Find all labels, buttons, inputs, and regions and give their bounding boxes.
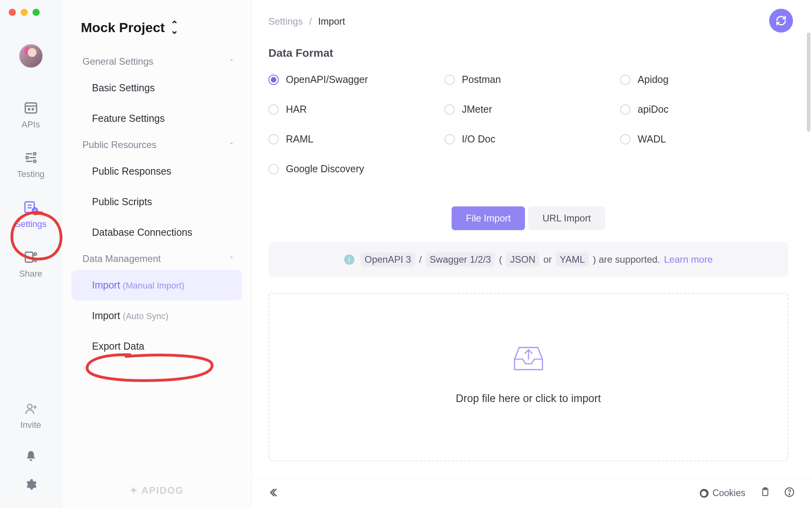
radio-dot-icon — [268, 75, 279, 85]
rail-settings[interactable]: Settings — [0, 191, 61, 241]
info-icon: i — [344, 254, 354, 265]
nav-export-data[interactable]: Export Data — [71, 331, 242, 362]
svg-point-5 — [33, 152, 36, 155]
radio-dot-icon — [620, 75, 630, 85]
gear-icon[interactable] — [25, 479, 37, 492]
cookie-icon: ⬤ — [700, 489, 709, 498]
section-public-label: Public Resources — [82, 139, 157, 150]
chevron-up-icon: ⌃ — [229, 255, 234, 263]
svg-point-7 — [26, 156, 28, 159]
section-data[interactable]: Data Management ⌃ — [71, 248, 242, 270]
info-or: or — [543, 254, 552, 265]
radio-dot-icon — [268, 104, 279, 115]
rail-settings-label: Settings — [0, 219, 61, 229]
dropzone-text: Drop file here or click to import — [277, 393, 779, 405]
radio-postman[interactable]: Postman — [444, 74, 613, 85]
apidog-brand-text: APIDOG — [142, 485, 184, 496]
radio-wadl-label: WADL — [638, 133, 666, 145]
radio-openapi[interactable]: OpenAPI/Swagger — [268, 74, 437, 85]
refresh-button[interactable] — [769, 9, 793, 33]
nav-import-auto-label: Import — [92, 310, 120, 321]
radio-raml[interactable]: RAML — [268, 133, 437, 145]
section-general[interactable]: General Settings ⌃ — [71, 50, 242, 73]
radio-google[interactable]: Google Discovery — [268, 163, 437, 175]
info-rparen: ) are supported. — [593, 254, 660, 265]
inbox-upload-icon — [511, 341, 546, 372]
cookies-label: Cookies — [712, 488, 745, 498]
svg-rect-0 — [25, 103, 36, 113]
tab-url-import[interactable]: URL Import — [528, 206, 605, 230]
chevron-up-icon: ⌃ — [229, 141, 234, 149]
radio-apidog-label: Apidog — [638, 74, 668, 85]
nav-import-manual[interactable]: Import (Manual Import) — [71, 270, 242, 300]
invite-icon — [22, 400, 40, 418]
breadcrumb-current: Import — [318, 16, 345, 27]
bottom-bar: ⬤ Cookies — [252, 478, 812, 508]
radio-har-label: HAR — [286, 104, 307, 115]
main-pane: Settings / Import Data Format OpenAPI/Sw… — [252, 0, 812, 508]
radio-dot-icon — [444, 104, 455, 115]
radio-dot-icon — [268, 164, 279, 174]
radio-dot-icon — [620, 104, 630, 115]
breadcrumb-root[interactable]: Settings — [268, 16, 303, 27]
radio-raml-label: RAML — [286, 133, 313, 145]
apidog-brand-logo: ✦ APIDOG — [71, 473, 242, 508]
svg-point-2 — [28, 109, 29, 110]
rail-share[interactable]: Share — [0, 241, 61, 291]
scrollbar-thumb[interactable] — [807, 33, 810, 132]
radio-wadl[interactable]: WADL — [620, 133, 788, 145]
rail-apis[interactable]: APIs — [0, 92, 61, 142]
file-dropzone[interactable]: Drop file here or click to import — [268, 293, 788, 461]
maximize-window-dot[interactable] — [33, 9, 40, 16]
radio-apidog[interactable]: Apidog — [620, 74, 788, 85]
project-switcher[interactable]: Mock Project ⌃⌄ — [71, 20, 242, 35]
chip-yaml: YAML — [556, 252, 589, 267]
radio-apidoc[interactable]: apiDoc — [620, 104, 788, 115]
nav-public-scripts[interactable]: Public Scripts — [71, 187, 242, 217]
chip-openapi3: OpenAPI 3 — [361, 252, 415, 267]
apis-icon — [22, 99, 40, 117]
avatar[interactable] — [19, 44, 43, 68]
close-window-dot[interactable] — [9, 9, 16, 16]
radio-openapi-label: OpenAPI/Swagger — [286, 74, 368, 85]
help-icon[interactable] — [784, 487, 795, 500]
rail-invite[interactable]: Invite — [0, 393, 61, 450]
svg-point-20 — [27, 404, 32, 409]
notifications-icon[interactable] — [25, 450, 37, 464]
rail-testing-label: Testing — [0, 169, 61, 179]
section-data-label: Data Management — [82, 253, 161, 264]
minimize-window-dot[interactable] — [21, 9, 28, 16]
clipboard-icon[interactable] — [760, 487, 770, 500]
tab-file-import[interactable]: File Import — [452, 206, 525, 230]
project-title-text: Mock Project — [81, 20, 165, 35]
rail-share-label: Share — [0, 269, 61, 279]
nav-db-connections[interactable]: Database Connections — [71, 217, 242, 248]
radio-apidoc-label: apiDoc — [638, 104, 668, 115]
chevron-updown-icon: ⌃⌄ — [170, 22, 178, 33]
format-info-bar: i OpenAPI 3 / Swagger 1/2/3 ( JSON or YA… — [268, 242, 788, 277]
svg-point-25 — [789, 494, 790, 495]
collapse-sidebar-button[interactable] — [269, 487, 280, 500]
radio-iodoc[interactable]: I/O Doc — [444, 133, 613, 145]
section-public[interactable]: Public Resources ⌃ — [71, 134, 242, 156]
info-slash: / — [419, 254, 422, 265]
cookies-button[interactable]: ⬤ Cookies — [700, 488, 745, 498]
rail-apis-label: APIs — [0, 119, 61, 130]
nav-basic-settings[interactable]: Basic Settings — [71, 73, 242, 103]
nav-import-auto[interactable]: Import (Auto Sync) — [71, 300, 242, 331]
chip-swagger: Swagger 1/2/3 — [426, 252, 495, 267]
chip-json: JSON — [506, 252, 539, 267]
import-tabbar: File Import URL Import — [452, 206, 605, 230]
svg-rect-15 — [25, 252, 33, 262]
apidog-logo-icon: ✦ — [130, 485, 138, 496]
radio-jmeter[interactable]: JMeter — [444, 104, 613, 115]
nav-feature-settings[interactable]: Feature Settings — [71, 103, 242, 134]
radio-har[interactable]: HAR — [268, 104, 437, 115]
radio-dot-icon — [268, 134, 279, 144]
radio-postman-label: Postman — [462, 74, 501, 85]
breadcrumb: Settings / Import — [268, 16, 788, 27]
nav-public-responses[interactable]: Public Responses — [71, 156, 242, 187]
rail-testing[interactable]: Testing — [0, 142, 61, 191]
left-rail: APIs Testing Settings — [0, 0, 61, 508]
learn-more-link[interactable]: Learn more — [664, 254, 713, 265]
